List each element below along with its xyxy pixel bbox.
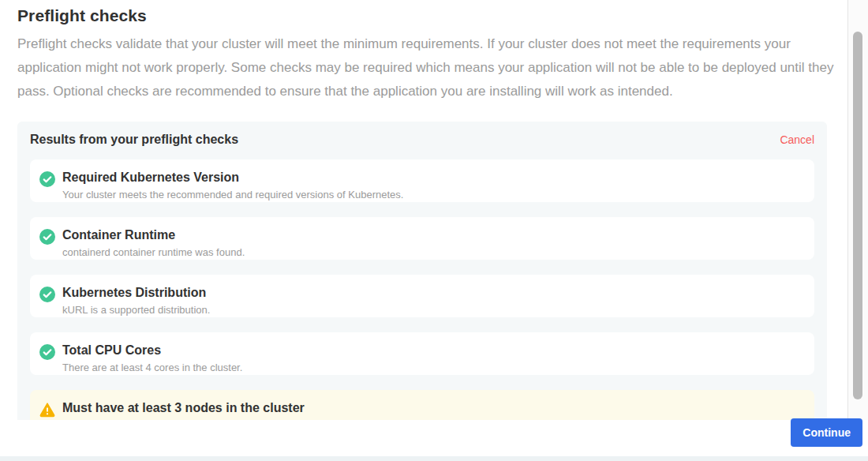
check-message: containerd container runtime was found.	[62, 246, 245, 258]
check-title: Required Kubernetes Version	[62, 170, 403, 185]
check-card-text: Kubernetes Distribution kURL is a suppor…	[62, 285, 210, 316]
check-title: Kubernetes Distribution	[62, 285, 210, 300]
check-circle-icon	[39, 344, 55, 360]
page-description: Preflight checks validate that your clus…	[17, 32, 840, 103]
check-circle-icon	[39, 287, 55, 302]
check-card-warning: Must have at least 3 nodes in the cluste…	[30, 390, 814, 420]
check-card: Required Kubernetes Version Your cluster…	[30, 159, 814, 202]
check-card-text: Container Runtime containerd container r…	[62, 227, 245, 258]
vertical-scrollbar[interactable]	[847, 0, 868, 420]
footer-divider	[0, 456, 868, 461]
cancel-link[interactable]: Cancel	[780, 133, 814, 146]
check-message: kURL is a supported distribution.	[62, 304, 210, 316]
check-card-text: Must have at least 3 nodes in the cluste…	[62, 400, 305, 420]
check-title: Container Runtime	[62, 227, 245, 242]
scrollbar-thumb[interactable]	[853, 32, 862, 399]
panel-title: Results from your preflight checks	[30, 133, 238, 147]
preflight-checks-page: Preflight checks Preflight checks valida…	[0, 0, 868, 461]
check-circle-icon	[39, 229, 55, 245]
check-card-text: Total CPU Cores There are at least 4 cor…	[62, 343, 242, 373]
warning-triangle-icon	[39, 402, 55, 418]
scroll-region: Preflight checks Preflight checks valida…	[0, 0, 847, 420]
page-title: Preflight checks	[17, 6, 847, 25]
check-card: Total CPU Cores There are at least 4 cor…	[30, 332, 814, 375]
check-title: Total CPU Cores	[62, 343, 242, 358]
bottom-bar	[0, 420, 868, 456]
check-circle-icon	[39, 171, 55, 187]
continue-button[interactable]: Continue	[791, 418, 862, 447]
check-title: Must have at least 3 nodes in the cluste…	[62, 400, 305, 415]
check-card: Kubernetes Distribution kURL is a suppor…	[30, 275, 814, 317]
check-message: There are at least 4 cores in the cluste…	[62, 362, 242, 373]
panel-header: Results from your preflight checks Cance…	[30, 133, 814, 147]
preflight-results-panel: Results from your preflight checks Cance…	[17, 122, 827, 420]
check-message: Your cluster meets the recommended and r…	[62, 189, 403, 201]
check-card-text: Required Kubernetes Version Your cluster…	[62, 170, 403, 201]
check-card: Container Runtime containerd container r…	[30, 217, 814, 260]
